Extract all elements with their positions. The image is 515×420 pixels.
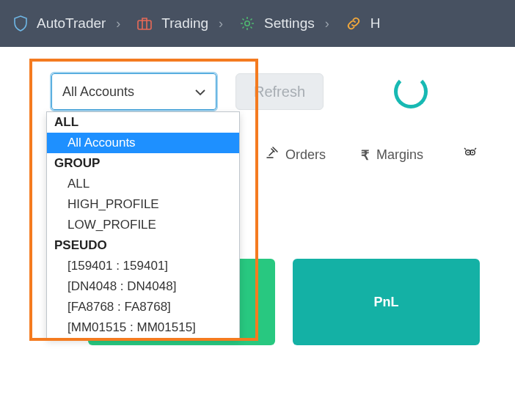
breadcrumb-bar: AutoTrader › Trading › Settings › H (0, 0, 515, 47)
dropdown-item-pseudo-3[interactable]: [MM01515 : MM01515] (47, 317, 239, 338)
crumb-autotrader[interactable]: AutoTrader (13, 15, 106, 32)
crumb-label: AutoTrader (37, 15, 106, 32)
svg-point-5 (472, 152, 473, 153)
crumb-label: H (370, 15, 381, 32)
account-select-value: All Accounts (62, 84, 134, 100)
briefcase-icon (136, 16, 153, 31)
chevron-right-icon: › (219, 16, 223, 32)
svg-point-1 (245, 21, 249, 26)
account-select[interactable]: All Accounts (51, 73, 216, 110)
crumb-label: Settings (264, 15, 315, 32)
chevron-right-icon: › (325, 16, 329, 32)
gear-icon (239, 15, 255, 32)
crumb-cut[interactable]: H (346, 15, 381, 32)
page-content: All Accounts ALL All Accounts GROUP ALL … (0, 47, 515, 345)
refresh-button[interactable]: Refresh (235, 73, 324, 110)
account-dropdown: ALL All Accounts GROUP ALL HIGH_PROFILE … (46, 111, 240, 339)
chevron-down-icon (195, 84, 205, 100)
crumb-settings[interactable]: Settings (239, 15, 315, 32)
tab-label: Orders (285, 147, 326, 163)
controls-row: All Accounts ALL All Accounts GROUP ALL … (0, 67, 515, 110)
tab-margins[interactable]: ₹ Margins (361, 147, 423, 163)
svg-rect-0 (138, 21, 151, 29)
card-pnl[interactable]: PnL (293, 259, 480, 345)
crumb-trading[interactable]: Trading (136, 15, 208, 32)
dropdown-item-all-accounts[interactable]: All Accounts (47, 133, 239, 153)
crumb-label: Trading (161, 15, 208, 32)
dropdown-group-group: GROUP (47, 153, 239, 174)
rupee-icon: ₹ (361, 147, 369, 163)
chevron-right-icon: › (116, 16, 120, 32)
dropdown-group-pseudo: PSEUDO (47, 235, 239, 256)
dropdown-item-high-profile[interactable]: HIGH_PROFILE (47, 194, 239, 215)
link-icon (346, 15, 362, 32)
dropdown-item-pseudo-1[interactable]: [DN4048 : DN4048] (47, 276, 239, 297)
owl-icon (463, 147, 478, 163)
dropdown-item-group-all[interactable]: ALL (47, 174, 239, 194)
account-select-wrap: All Accounts ALL All Accounts GROUP ALL … (51, 73, 216, 110)
tab-label: Margins (376, 147, 423, 163)
dropdown-group-all: ALL (47, 112, 239, 133)
gavel-icon (265, 147, 278, 163)
card-label: PnL (374, 295, 399, 310)
shield-icon (13, 15, 28, 32)
svg-point-4 (467, 152, 469, 153)
dropdown-item-pseudo-2[interactable]: [FA8768 : FA8768] (47, 297, 239, 317)
loading-spinner-icon (394, 75, 428, 108)
dropdown-item-pseudo-0[interactable]: [159401 : 159401] (47, 256, 239, 276)
tab-orders[interactable]: Orders (265, 147, 326, 163)
tab-more[interactable] (463, 147, 478, 163)
dropdown-item-low-profile[interactable]: LOW_PROFILE (47, 215, 239, 235)
